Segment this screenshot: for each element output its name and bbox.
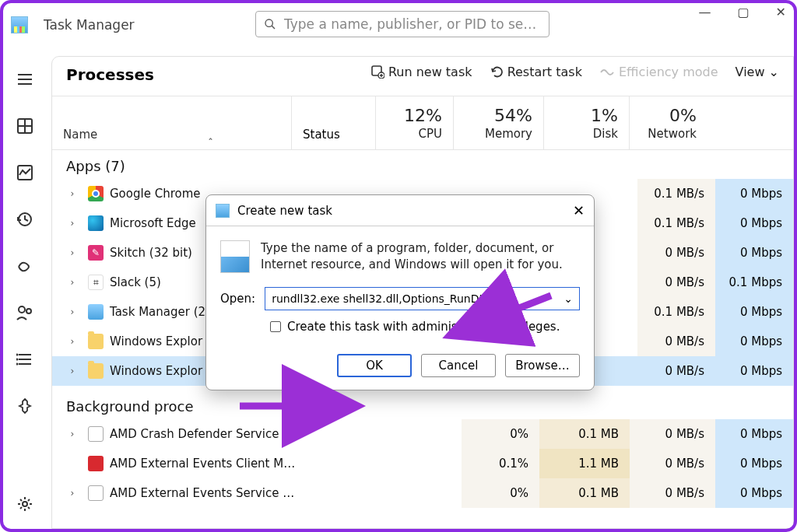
skitch-icon: ✎	[88, 245, 104, 261]
col-cpu[interactable]: 12%CPU	[376, 96, 454, 149]
search-placeholder: Type a name, publisher, or PID to se…	[284, 16, 536, 32]
search-icon	[264, 18, 276, 30]
page-title: Processes	[66, 65, 154, 84]
svg-point-16	[16, 359, 19, 361]
sort-caret-icon: ˆ	[208, 137, 213, 149]
app-history-tab-icon[interactable]	[14, 208, 36, 230]
slack-icon: ⌗	[88, 275, 104, 290]
ok-button[interactable]: OK	[337, 354, 412, 377]
group-apps: Apps (7)	[52, 150, 793, 179]
admin-checkbox[interactable]	[270, 321, 281, 332]
task-manager-icon	[11, 16, 28, 33]
col-memory[interactable]: 54%Memory	[454, 96, 544, 149]
svg-line-1	[272, 26, 275, 29]
settings-icon[interactable]	[14, 493, 36, 515]
search-input[interactable]: Type a name, publisher, or PID to se…	[255, 11, 549, 37]
chevron-right-icon[interactable]: ›	[63, 488, 82, 499]
col-disk[interactable]: 1%Disk	[544, 96, 630, 149]
close-button[interactable]: ✕	[776, 5, 786, 19]
window-title: Task Manager	[44, 17, 135, 33]
task-manager-app-icon	[88, 304, 104, 320]
chevron-right-icon[interactable]: ›	[63, 277, 82, 288]
group-background: Background proce	[52, 386, 793, 419]
svg-line-23	[507, 296, 551, 313]
chevron-right-icon[interactable]: ›	[63, 366, 82, 376]
chrome-icon	[88, 186, 104, 201]
svg-point-11	[26, 309, 31, 313]
col-name[interactable]: ˆ Name	[52, 96, 292, 149]
browse-button[interactable]: Browse…	[505, 354, 580, 377]
dialog-icon	[216, 204, 230, 218]
chevron-right-icon[interactable]: ›	[63, 336, 82, 347]
chevron-right-icon[interactable]: ›	[63, 188, 82, 199]
chevron-right-icon[interactable]: ›	[63, 247, 82, 258]
open-label: Open:	[220, 292, 255, 306]
chevron-right-icon[interactable]: ›	[63, 218, 82, 229]
annotation-arrow-icon	[495, 289, 557, 324]
processes-tab-icon[interactable]	[14, 115, 36, 137]
amd-icon	[88, 426, 104, 442]
dialog-intro: Type the name of a program, folder, docu…	[261, 240, 580, 273]
users-tab-icon[interactable]	[14, 302, 36, 324]
toolbar: Run new task Restart task Efficiency mod…	[370, 65, 779, 79]
details-tab-icon[interactable]	[14, 348, 36, 370]
col-network[interactable]: 0%Network	[630, 96, 707, 149]
efficiency-mode-button: Efficiency mode	[599, 65, 718, 79]
folder-icon	[88, 363, 104, 379]
table-row[interactable]: ›AMD External Events Service …0%0.1 MB0 …	[52, 478, 793, 508]
svg-point-18	[23, 502, 27, 506]
sidebar	[3, 56, 47, 529]
folder-icon	[88, 334, 104, 349]
services-tab-icon[interactable]	[14, 395, 36, 417]
dialog-title: Create new task	[237, 204, 332, 218]
col-status[interactable]: Status	[292, 96, 376, 149]
column-headers: ˆ Name Status 12%CPU 54%Memory 1%Disk 0%…	[52, 96, 793, 150]
amd-icon	[88, 485, 104, 501]
chevron-right-icon[interactable]: ›	[63, 306, 82, 317]
svg-point-17	[16, 363, 19, 366]
maximize-button[interactable]: ▢	[737, 5, 749, 19]
run-new-task-button[interactable]: Run new task	[370, 65, 472, 79]
amd-icon	[88, 456, 104, 471]
minimize-button[interactable]: —	[698, 5, 711, 19]
svg-point-15	[16, 354, 19, 356]
view-button[interactable]: View ⌄	[736, 65, 779, 79]
chevron-down-icon[interactable]: ⌄	[564, 292, 573, 305]
dialog-close-button[interactable]: ✕	[573, 202, 585, 219]
hamburger-icon[interactable]	[14, 68, 36, 90]
edge-icon	[88, 215, 104, 231]
restart-task-button[interactable]: Restart task	[490, 65, 582, 79]
startup-tab-icon[interactable]	[14, 255, 36, 277]
dialog-titlebar: Create new task ✕	[206, 195, 594, 226]
annotation-arrow-icon	[233, 392, 311, 423]
svg-point-0	[265, 19, 272, 26]
table-row[interactable]: ›AMD External Events Client M…0.1%1.1 MB…	[52, 449, 793, 478]
table-row[interactable]: ›AMD Crash Defender Service0%0.1 MB0 MB/…	[52, 419, 793, 449]
run-dialog-icon	[220, 240, 250, 273]
chevron-right-icon[interactable]: ›	[63, 429, 82, 439]
cancel-button[interactable]: Cancel	[421, 354, 496, 377]
window-controls: — ▢ ✕	[698, 5, 786, 19]
svg-point-10	[19, 306, 25, 313]
performance-tab-icon[interactable]	[14, 162, 36, 184]
